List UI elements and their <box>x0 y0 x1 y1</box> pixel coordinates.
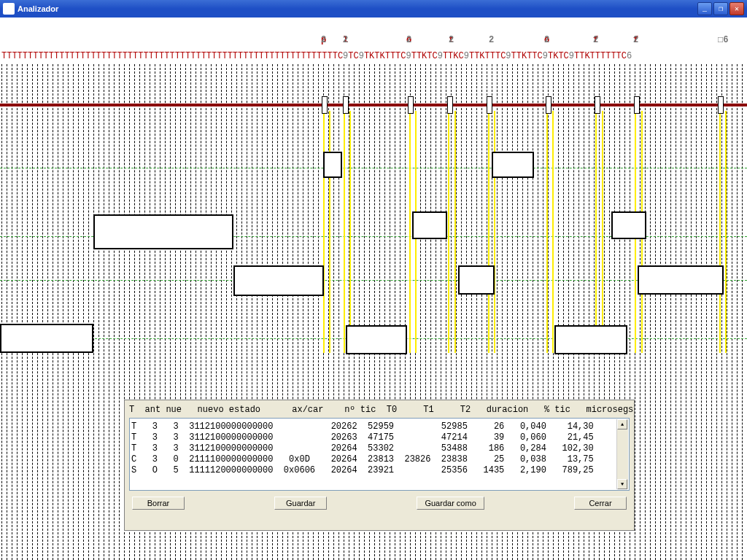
tick-mark <box>487 96 492 114</box>
tick-mark <box>595 96 600 114</box>
timing-box <box>346 325 407 354</box>
timing-box <box>412 211 447 239</box>
panel-rows: T 3 3 3112100000000000 20262 52959 52985… <box>129 418 630 491</box>
scroll-down-button[interactable]: ▼ <box>617 479 627 489</box>
analyzer-canvas: p2l2o2t22o2f2f2□6 TTTTTTTTTTTTTTTTTTTTTT… <box>0 18 747 560</box>
timing-box <box>554 325 627 354</box>
event-drop-line <box>409 111 411 353</box>
event-drop-line <box>494 111 495 353</box>
tick-mark <box>718 96 724 114</box>
tick-mark <box>546 96 551 114</box>
cerrar-button[interactable]: Cerrar <box>574 497 627 510</box>
event-drop-line <box>454 111 456 353</box>
tick-mark <box>343 96 349 114</box>
timing-box <box>458 265 495 295</box>
maximize-button[interactable]: ❐ <box>713 2 728 15</box>
event-drop-line <box>349 111 351 353</box>
event-drop-line <box>546 111 548 353</box>
tick-mark <box>322 96 328 114</box>
guardar-como-button[interactable]: Guardar como <box>417 497 484 510</box>
event-drop-line <box>719 111 721 353</box>
event-drop-line <box>602 111 603 353</box>
data-row: C 3 0 2111100000000000 0x0D 20264 23813 … <box>131 454 627 465</box>
data-row: T 3 3 3112100000000000 20263 47175 47214… <box>131 432 627 443</box>
app-icon <box>3 3 15 15</box>
sequence-track: TTTTTTTTTTTTTTTTTTTTTTTTTTTTTTTTTTTTTTTT… <box>1 51 747 64</box>
top-markers: p2l2o2t22o2f2f2□6 <box>0 35 747 48</box>
scroll-up-button[interactable]: ▲ <box>617 419 627 429</box>
tick-mark <box>634 96 640 114</box>
panel-header: T ant nue nuevo estado ax/car nº tic T0 … <box>129 405 630 415</box>
window-title: Analizador <box>18 4 697 13</box>
event-drop-line <box>344 111 345 353</box>
event-drop-line <box>552 111 554 353</box>
timing-box <box>611 211 646 239</box>
scrollbar[interactable]: ▲ ▼ <box>616 419 628 489</box>
timing-box <box>492 152 534 178</box>
borrar-button[interactable]: Borrar <box>132 497 185 510</box>
close-button[interactable]: ✕ <box>729 2 744 15</box>
data-panel: T ant nue nuevo estado ax/car nº tic T0 … <box>124 400 635 531</box>
event-drop-line <box>448 111 449 353</box>
data-row: S O 5 1111120000000000 0x0606 20264 2392… <box>131 465 627 476</box>
event-drop-line <box>323 111 325 353</box>
timing-box <box>323 152 342 178</box>
timing-box <box>233 265 324 296</box>
event-drop-line <box>725 111 727 353</box>
tick-mark <box>447 96 453 114</box>
event-drop-line <box>488 111 489 353</box>
event-drop-line <box>329 111 330 353</box>
timing-box <box>93 214 233 249</box>
data-row: T 3 3 3112100000000000 20264 53302 53488… <box>131 443 627 454</box>
data-row: T 3 3 3112100000000000 20262 52959 52985… <box>131 421 627 432</box>
title-bar: Analizador _ ❐ ✕ <box>0 0 747 18</box>
timing-box <box>0 324 93 353</box>
tick-mark <box>408 96 414 114</box>
minimize-button[interactable]: _ <box>697 2 712 15</box>
timing-box <box>638 265 724 295</box>
event-drop-line <box>595 111 597 353</box>
guardar-button[interactable]: Guardar <box>274 497 327 510</box>
